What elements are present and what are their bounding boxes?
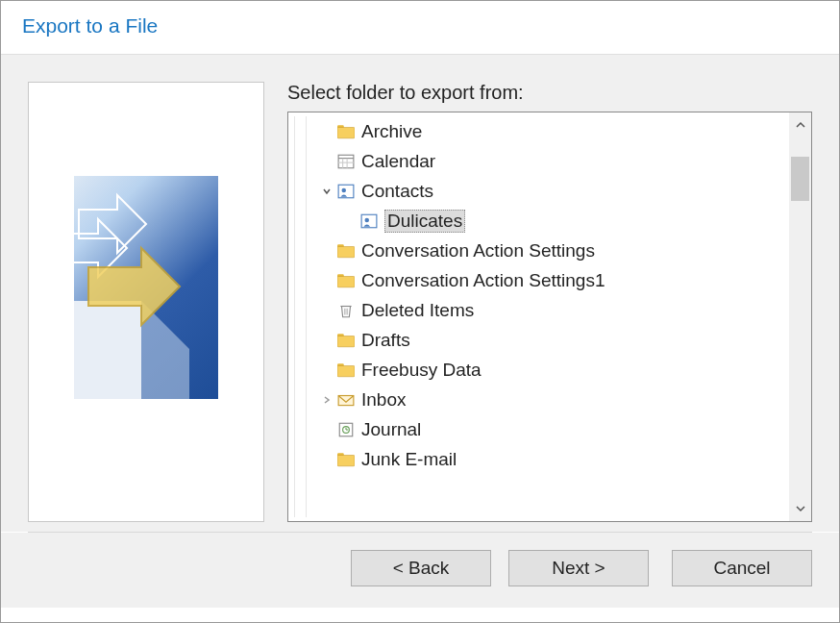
svg-marker-2 [79,195,146,253]
chevron-right-icon[interactable] [317,395,336,405]
tree-item-inbox[interactable]: Inbox [296,385,788,414]
tree-item-freebusy-data[interactable]: Freebusy Data [296,355,788,385]
tree-item-label: Journal [361,419,421,440]
scrollbar[interactable] [788,112,811,521]
folder-select-panel: Select folder to export from: ArchiveCal… [287,82,812,522]
tree-item-dulicates[interactable]: Dulicates [296,206,788,236]
tree-item-archive[interactable]: Archive [296,116,788,146]
dialog-title: Export to a File [1,1,839,55]
chevron-down-icon[interactable] [317,187,336,196]
tree-item-junk-e-mail[interactable]: Junk E-mail [296,444,788,474]
tree-item-label: Contacts [361,181,433,202]
tree-item-label: Archive [361,121,422,142]
contacts-icon [359,212,379,231]
folder-icon [336,122,356,141]
tree-item-calendar[interactable]: Calendar [296,146,788,176]
tree-item-label: Drafts [361,330,410,351]
tree-item-conversation-action-settings1[interactable]: Conversation Action Settings1 [296,265,788,295]
tree-item-label: Calendar [361,151,435,172]
button-row: < Back Next > Cancel [1,533,839,608]
tree-item-label: Freebusy Data [361,360,482,381]
journal-icon [336,420,356,439]
cancel-button[interactable]: Cancel [672,550,812,586]
folder-icon [336,450,356,469]
folder-icon [336,271,356,290]
tree-item-drafts[interactable]: Drafts [296,325,788,355]
next-button[interactable]: Next > [508,550,649,586]
back-button[interactable]: < Back [351,550,491,586]
tree-item-label: Conversation Action Settings [361,240,595,262]
wizard-image-panel [28,82,264,522]
wizard-art [74,176,218,399]
tree-item-contacts[interactable]: Contacts [296,176,788,206]
folder-icon [336,361,356,380]
tree-item-label: Dulicates [384,210,465,233]
folder-tree[interactable]: ArchiveCalendarContactsDulicatesConversa… [287,112,812,522]
calendar-icon [336,152,356,171]
prompt-label: Select folder to export from: [287,82,812,104]
tree-item-journal[interactable]: Journal [296,414,788,444]
folder-icon [336,241,356,261]
tree-item-label: Conversation Action Settings1 [361,270,605,291]
contacts-icon [336,182,356,201]
scroll-thumb[interactable] [791,157,809,201]
tree-item-deleted-items[interactable]: Deleted Items [296,295,788,325]
scroll-up-button[interactable] [789,112,811,137]
tree-item-label: Deleted Items [361,300,474,321]
tree-item-label: Inbox [361,389,406,411]
scroll-track[interactable] [789,137,811,496]
folder-icon [336,331,356,350]
trash-icon [336,301,356,320]
dialog-content: Select folder to export from: ArchiveCal… [1,55,839,532]
svg-marker-0 [74,301,141,399]
scroll-down-button[interactable] [789,496,811,521]
tree-item-label: Junk E-mail [361,449,457,470]
inbox-icon [336,390,356,410]
tree-item-conversation-action-settings[interactable]: Conversation Action Settings [296,236,788,265]
